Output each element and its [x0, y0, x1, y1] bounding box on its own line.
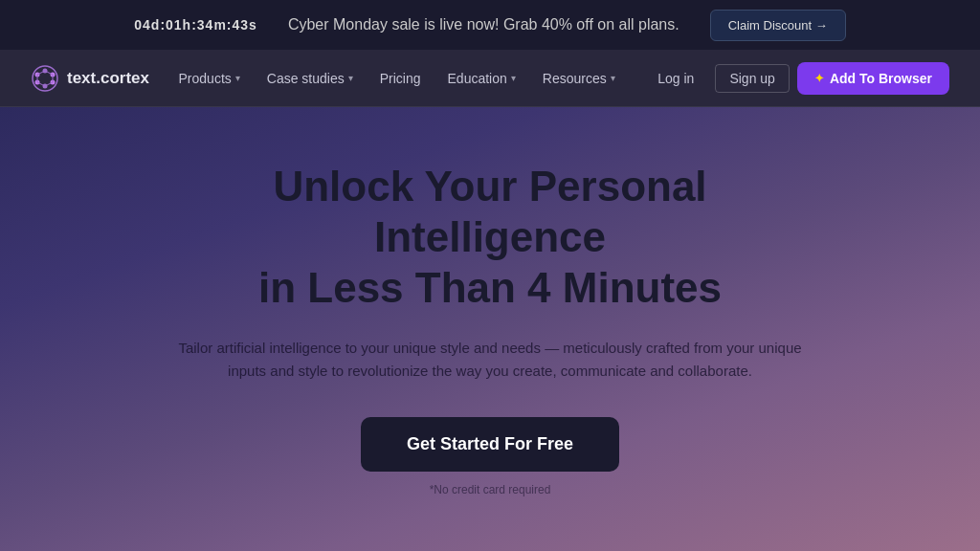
- logo[interactable]: text.cortex: [31, 64, 149, 93]
- hero-title: Unlock Your Personal Intelligence in Les…: [193, 162, 787, 313]
- star-icon: ✦: [814, 72, 824, 85]
- logo-icon: [31, 64, 59, 93]
- resources-chevron-icon: ▾: [611, 73, 615, 83]
- hero-section: Unlock Your Personal Intelligence in Les…: [0, 107, 980, 551]
- add-to-browser-button[interactable]: ✦ Add To Browser: [797, 62, 949, 95]
- add-to-browser-label: Add To Browser: [830, 71, 932, 86]
- education-chevron-icon: ▾: [511, 73, 516, 83]
- announcement-bar: 04d:01h:34m:43s Cyber Monday sale is liv…: [0, 0, 980, 50]
- nav-products-label: Products: [179, 71, 232, 86]
- logo-text: text.cortex: [67, 69, 149, 88]
- hero-subtitle: Tailor artificial intelligence to your u…: [174, 337, 806, 383]
- case-studies-chevron-icon: ▾: [348, 73, 353, 83]
- no-credit-card-note: *No credit card required: [430, 483, 551, 496]
- nav-pricing-label: Pricing: [380, 71, 421, 86]
- nav-resources-label: Resources: [543, 71, 607, 86]
- nav-education[interactable]: Education ▾: [436, 65, 527, 92]
- products-chevron-icon: ▾: [235, 73, 240, 83]
- navbar: text.cortex Products ▾ Case studies ▾ Pr…: [0, 50, 980, 107]
- nav-pricing[interactable]: Pricing: [368, 65, 433, 92]
- nav-links: Products ▾ Case studies ▾ Pricing Educat…: [167, 65, 627, 92]
- hero-title-line1: Unlock Your Personal Intelligence: [273, 163, 706, 260]
- nav-products[interactable]: Products ▾: [167, 65, 252, 92]
- nav-education-label: Education: [448, 71, 507, 86]
- signup-button[interactable]: Sign up: [715, 64, 789, 93]
- countdown-timer: 04d:01h:34m:43s: [134, 17, 257, 33]
- nav-resources[interactable]: Resources ▾: [531, 65, 627, 92]
- get-started-button[interactable]: Get Started For Free: [361, 417, 619, 472]
- promo-message: Cyber Monday sale is live now! Grab 40% …: [288, 16, 679, 33]
- nav-case-studies-label: Case studies: [267, 71, 345, 86]
- nav-right: Log in Sign up ✦ Add To Browser: [644, 62, 949, 95]
- login-button[interactable]: Log in: [644, 65, 707, 92]
- nav-case-studies[interactable]: Case studies ▾: [256, 65, 365, 92]
- hero-title-line2: in Less Than 4 Minutes: [258, 264, 722, 311]
- claim-discount-button[interactable]: Claim Discount →: [710, 10, 846, 41]
